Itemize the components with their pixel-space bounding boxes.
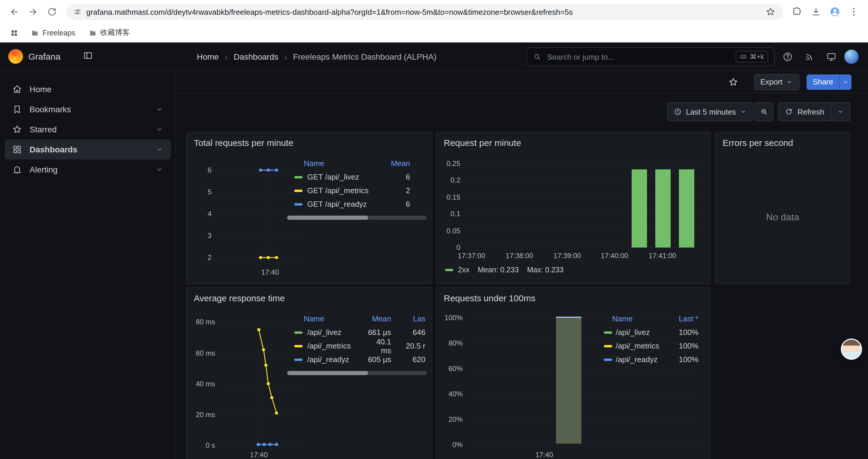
sidebar-item-starred[interactable]: Starred xyxy=(5,119,171,139)
series-name[interactable]: GET /api/_readyz xyxy=(307,200,406,208)
floating-assistant-avatar[interactable] xyxy=(841,338,862,360)
table-row[interactable]: GET /api/_metrics 2 xyxy=(287,184,427,197)
sidebar-item-dashboards[interactable]: Dashboards xyxy=(5,139,171,160)
bookmark-label[interactable]: Freeleaps xyxy=(42,29,75,37)
panel-title[interactable]: Requests under 100ms xyxy=(437,288,710,303)
series-name[interactable]: /api/_livez xyxy=(616,328,679,337)
series-name[interactable]: GET /api/_metrics xyxy=(307,186,406,195)
table-row[interactable]: /api/_metrics 100% xyxy=(602,339,700,353)
series-name[interactable]: /api/_readyz xyxy=(307,355,349,364)
panel-title[interactable]: Total requests per minute xyxy=(187,132,432,148)
y-tick: 20 ms xyxy=(188,411,215,419)
chevron-right-icon: › xyxy=(284,52,287,62)
gridline xyxy=(469,419,700,420)
apps-grid-icon[interactable] xyxy=(6,25,23,41)
folder-icon xyxy=(31,29,39,37)
monitor-icon[interactable] xyxy=(823,48,840,66)
legend-item[interactable]: 2xx xyxy=(445,266,469,274)
user-avatar[interactable] xyxy=(844,50,859,64)
url-text[interactable]: grafana.mathmast.com/d/deytv4rwavabkb/fr… xyxy=(86,7,761,16)
no-data-message: No data xyxy=(716,212,850,223)
refresh-button[interactable]: Refresh xyxy=(779,103,830,121)
bar-chart xyxy=(465,161,701,249)
bookmark-folder-freeleaps[interactable]: Freeleaps xyxy=(26,27,80,39)
column-header-name[interactable]: Name xyxy=(602,314,632,323)
series-name[interactable]: GET /api/_livez xyxy=(307,172,406,182)
site-settings-icon[interactable] xyxy=(73,8,82,16)
series-last: 100% xyxy=(679,328,701,337)
favorite-star-icon[interactable] xyxy=(728,76,738,87)
search-box[interactable]: ⌘+k xyxy=(526,47,775,66)
horizontal-scrollbar[interactable] xyxy=(287,371,427,375)
search-input[interactable] xyxy=(546,52,731,62)
grafana-logo-icon[interactable] xyxy=(8,49,23,64)
x-tick: 17:40 xyxy=(241,451,277,459)
series-name[interactable]: 2xx xyxy=(458,266,469,274)
bookmarks-bar: Freeleaps 收藏博客 xyxy=(0,24,868,42)
sidebar-item-home[interactable]: Home xyxy=(5,79,171,99)
share-button[interactable]: Share xyxy=(807,74,851,90)
column-header-mean[interactable]: Mean xyxy=(364,314,391,323)
downloads-icon[interactable] xyxy=(808,4,824,20)
panel-title[interactable]: Errors per second xyxy=(716,132,850,148)
table-row[interactable]: GET /api/_livez 6 xyxy=(287,170,427,184)
help-icon[interactable] xyxy=(779,48,797,66)
sidebar-item-bookmarks[interactable]: Bookmarks xyxy=(5,99,171,119)
browser-menu-icon[interactable] xyxy=(845,4,862,20)
topnav-right: ⌘+k xyxy=(526,42,859,71)
series-color-swatch xyxy=(294,203,303,205)
column-header-mean[interactable]: Mean xyxy=(391,159,427,167)
series-color-swatch xyxy=(294,345,303,347)
table-row[interactable]: /api/_readyz 605 µs 620 xyxy=(287,353,427,366)
export-button[interactable]: Export xyxy=(754,73,800,90)
y-tick: 80 ms xyxy=(188,318,215,326)
column-header-last[interactable]: Las xyxy=(391,314,427,323)
y-tick: 0 s xyxy=(188,441,215,450)
reload-icon[interactable] xyxy=(44,4,60,20)
series-last: 100% xyxy=(679,355,701,364)
breadcrumb-home[interactable]: Home xyxy=(197,52,219,61)
profile-avatar-icon[interactable] xyxy=(827,4,843,20)
column-header-name[interactable]: Name xyxy=(287,159,324,167)
series-mean: 605 µs xyxy=(364,355,391,364)
table-row[interactable]: /api/_livez 661 µs 646 xyxy=(287,326,427,339)
bar xyxy=(556,317,582,444)
sidebar-item-alerting[interactable]: Alerting xyxy=(5,160,171,179)
table-row[interactable]: /api/_readyz 100% xyxy=(602,353,700,366)
y-tick: 60 ms xyxy=(188,349,215,357)
sidebar-toggle-icon[interactable] xyxy=(83,50,93,61)
panel-title[interactable]: Average response time xyxy=(187,288,432,303)
table-row[interactable]: /api/_livez 100% xyxy=(602,326,700,339)
column-header-last[interactable]: Last * xyxy=(679,314,701,323)
column-header-name[interactable]: Name xyxy=(287,314,364,323)
bookmark-label[interactable]: 收藏博客 xyxy=(100,28,130,38)
back-icon[interactable] xyxy=(6,4,23,20)
horizontal-scrollbar[interactable] xyxy=(287,216,427,220)
series-name[interactable]: /api/_livez xyxy=(307,328,342,337)
series-mean: 2 xyxy=(406,186,427,195)
panel-requests-under-100ms: Requests under 100ms 100% 80% 60% 40% 20… xyxy=(436,287,710,459)
series-name[interactable]: /api/_metrics xyxy=(616,341,679,350)
refresh-interval-chevron-icon[interactable] xyxy=(831,103,850,121)
series-name[interactable]: /api/_metrics xyxy=(307,341,351,350)
series-name[interactable]: /api/_readyz xyxy=(616,355,679,364)
panel-title[interactable]: Request per minute xyxy=(437,132,710,148)
url-bar[interactable]: grafana.mathmast.com/d/deytv4rwavabkb/fr… xyxy=(66,4,783,20)
zoom-out-button[interactable] xyxy=(755,102,774,121)
refresh-control: Refresh xyxy=(778,102,850,121)
table-row[interactable]: GET /api/_readyz 6 xyxy=(287,197,427,211)
series-color-swatch xyxy=(604,331,612,333)
time-range-picker[interactable]: Last 5 minutes xyxy=(667,102,754,121)
forward-icon[interactable] xyxy=(25,4,41,20)
y-tick: 0.2 xyxy=(437,176,460,184)
share-menu-chevron-icon[interactable] xyxy=(840,78,851,85)
breadcrumb-dashboards[interactable]: Dashboards xyxy=(234,52,278,61)
bookmark-star-icon[interactable] xyxy=(765,6,776,17)
extensions-icon[interactable] xyxy=(789,4,805,20)
news-rss-icon[interactable] xyxy=(801,48,818,66)
breadcrumb-current: Freeleaps Metrics Dashboard (ALPHA) xyxy=(293,52,437,61)
table-row[interactable]: /api/_metrics 40.1 ms 20.5 r xyxy=(287,339,427,353)
bookmark-folder-blogs[interactable]: 收藏博客 xyxy=(84,26,134,40)
legend-table: Name Mean Las /api/_livez 661 µs 646 /ap… xyxy=(287,311,427,375)
panel-errors-per-second: Errors per second No data xyxy=(715,132,850,284)
